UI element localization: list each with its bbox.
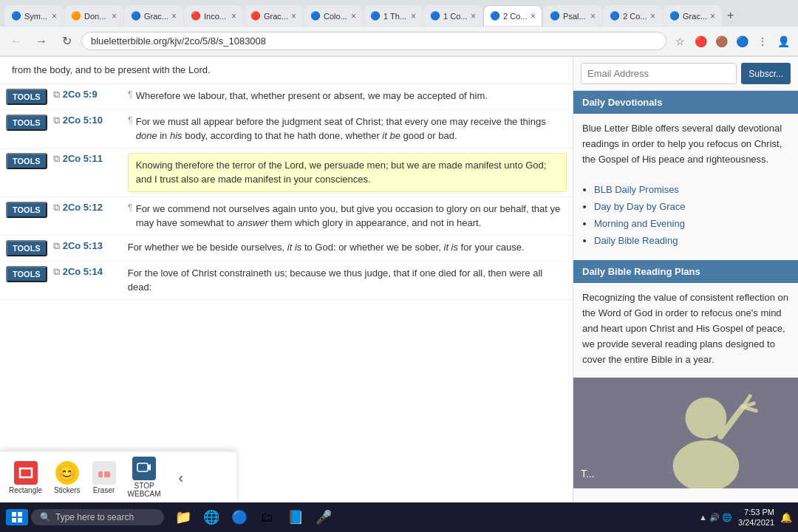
tab-close-icon[interactable]: × <box>710 11 715 21</box>
list-item-day: Day by Day by Grace <box>594 200 789 215</box>
sticker-icon: 😊 <box>55 461 79 485</box>
tab-close-icon[interactable]: × <box>112 11 117 21</box>
day-by-day-link[interactable]: Day by Day by Grace <box>594 201 686 212</box>
taskbar-app-icons: 📁 🌐 🔵 🗂 📘 🎤 <box>170 504 337 531</box>
tab-close-icon[interactable]: × <box>650 11 655 21</box>
copy-icon-5-12[interactable]: ⧉ <box>53 202 60 214</box>
eraser-svg <box>97 466 112 480</box>
tools-button-5-14[interactable]: TOOLS <box>6 266 47 282</box>
tab-close-icon[interactable]: × <box>411 11 416 21</box>
taskbar-search-text: Type here to search <box>55 512 134 522</box>
video-thumbnail[interactable]: T... <box>573 378 798 488</box>
back-button[interactable]: ← <box>6 31 27 52</box>
top-text: from the body, and to be present with th… <box>0 57 573 84</box>
verse-row-5-10: TOOLS ⧉ 2Co 5:10 ¶ For we must all appea… <box>0 110 573 149</box>
email-input[interactable] <box>581 63 737 84</box>
taskbar-clock: 7:53 PM 3/24/2021 <box>738 507 774 528</box>
new-tab-button[interactable]: + <box>723 9 738 22</box>
daily-bible-reading-link[interactable]: Daily Bible Reading <box>594 235 678 246</box>
profile-icon[interactable]: 👤 <box>774 33 792 50</box>
verse-ref-5-14[interactable]: 2Co 5:14 <box>63 266 122 277</box>
eraser-tool[interactable]: Eraser <box>92 461 116 494</box>
verse-ref-5-13[interactable]: 2Co 5:13 <box>63 240 122 251</box>
tab-sym[interactable]: 🔵 Sym... × <box>4 5 64 26</box>
svg-rect-16 <box>18 518 22 522</box>
forward-button[interactable]: → <box>31 31 52 52</box>
copy-icon-5-13[interactable]: ⧉ <box>53 240 60 252</box>
tab-close-icon[interactable]: × <box>351 11 356 21</box>
tab-psal[interactable]: 🔵 Psal... × <box>543 5 602 26</box>
pilcrow-5-9: ¶ <box>128 89 133 100</box>
tab-label: Colo... <box>324 12 347 21</box>
verse-ref-5-12[interactable]: 2Co 5:12 <box>63 202 122 213</box>
rectangle-tool[interactable]: Rectangle <box>9 461 42 494</box>
clock-date: 3/24/2021 <box>738 517 774 528</box>
menu-icon[interactable]: ⋮ <box>754 33 771 50</box>
copy-icon-5-10[interactable]: ⧉ <box>53 115 60 126</box>
tools-button-5-9[interactable]: TOOLS <box>6 89 47 105</box>
reload-button[interactable]: ↻ <box>56 31 77 52</box>
start-button[interactable] <box>6 509 28 525</box>
copy-icon-5-9[interactable]: ⧉ <box>53 89 60 100</box>
tools-button-5-10[interactable]: TOOLS <box>6 115 47 131</box>
taskbar-word-icon[interactable]: 📘 <box>282 504 309 531</box>
tab-label: Sym... <box>24 12 47 21</box>
tab-1th[interactable]: 🔵 1 Th... × <box>364 5 423 26</box>
tab-favicon: 🔵 <box>131 11 141 21</box>
tab-close-icon[interactable]: × <box>171 11 177 21</box>
subscribe-button[interactable]: Subscr... <box>741 63 791 84</box>
tab-2co-active[interactable]: 🔵 2 Co... × <box>483 5 542 26</box>
tools-button-5-11[interactable]: TOOLS <box>6 153 47 169</box>
stickers-tool[interactable]: 😊 Stickers <box>54 461 81 494</box>
stickers-label: Stickers <box>54 486 81 494</box>
morning-evening-link[interactable]: Morning and Evening <box>594 218 685 229</box>
extension-icon2[interactable]: 🟤 <box>712 33 730 50</box>
notification-icon[interactable]: 🔔 <box>780 512 792 523</box>
tab-label: Grac... <box>264 12 288 21</box>
bookmark-icon[interactable]: ☆ <box>671 33 689 50</box>
tab-favicon: 🔵 <box>669 11 680 21</box>
tab-close-icon[interactable]: × <box>52 11 57 21</box>
tab-colo[interactable]: 🔵 Colo... × <box>304 5 363 26</box>
nav-icons: ☆ 🔴 🟤 🔵 ⋮ 👤 <box>671 33 792 50</box>
tab-grac1[interactable]: 🔵 Grac... × <box>124 5 183 26</box>
tab-close-icon[interactable]: × <box>471 11 476 21</box>
taskbar-explorer-icon[interactable]: 📁 <box>170 504 197 531</box>
tab-favicon: 🔵 <box>310 11 321 21</box>
copy-icon-5-14[interactable]: ⧉ <box>53 266 60 278</box>
verse-ref-5-11[interactable]: 2Co 5:11 <box>63 153 122 164</box>
address-bar[interactable]: blueletterbible.org/kjv/2co/5/8/s_108300… <box>81 32 666 50</box>
blb-daily-promises-link[interactable]: BLB Daily Promises <box>594 184 679 195</box>
taskbar-mic-icon[interactable]: 🎤 <box>310 504 337 531</box>
tab-grac2[interactable]: 🔴 Grac... × <box>244 5 303 26</box>
tab-grac3[interactable]: 🔵 Grac... × <box>663 5 722 26</box>
tab-inco[interactable]: 🔴 Inco... × <box>184 5 243 26</box>
tab-don[interactable]: 🟠 Don... × <box>64 5 123 26</box>
extension-icon3[interactable]: 🔵 <box>733 33 751 50</box>
tools-button-5-12[interactable]: TOOLS <box>6 202 47 218</box>
verse-ref-5-9[interactable]: 2Co 5:9 <box>63 89 122 100</box>
bottom-toolbar: Rectangle 😊 Stickers Eraser STOPWEBCAM ‹ <box>0 451 236 502</box>
tab-close-icon[interactable]: × <box>531 11 536 21</box>
tab-1co[interactable]: 🔵 1 Co... × <box>423 5 482 26</box>
tab-close-icon[interactable]: × <box>590 11 596 21</box>
copy-icon-5-11[interactable]: ⧉ <box>53 153 60 165</box>
tools-button-5-13[interactable]: TOOLS <box>6 240 47 256</box>
reading-plans-section: Daily Bible Reading Plans Recognizing th… <box>573 260 798 375</box>
taskbar-chrome-icon[interactable]: 🔵 <box>226 504 253 531</box>
extension-icon[interactable]: 🔴 <box>692 33 709 50</box>
stop-webcam-tool[interactable]: STOPWEBCAM <box>128 457 161 498</box>
verse-text-5-11: Knowing therefore the terror of the Lord… <box>128 153 567 192</box>
tab-close-icon[interactable]: × <box>231 11 236 21</box>
tab-2co2[interactable]: 🔵 2 Co... × <box>603 5 662 26</box>
taskbar-edge-icon[interactable]: 🌐 <box>198 504 225 531</box>
tab-close-icon[interactable]: × <box>291 11 296 21</box>
taskbar-search-bar[interactable]: 🔍 Type here to search <box>31 509 164 525</box>
toolbar-collapse-button[interactable]: ‹ <box>179 469 184 486</box>
taskbar-files-icon[interactable]: 🗂 <box>254 504 281 531</box>
verse-ref-5-10[interactable]: 2Co 5:10 <box>63 115 122 126</box>
top-verse-text: from the body, and to be present with th… <box>12 64 211 75</box>
email-row: Subscr... <box>573 57 798 91</box>
rectangle-label: Rectangle <box>9 486 42 494</box>
reading-plans-header: Daily Bible Reading Plans <box>573 260 798 283</box>
